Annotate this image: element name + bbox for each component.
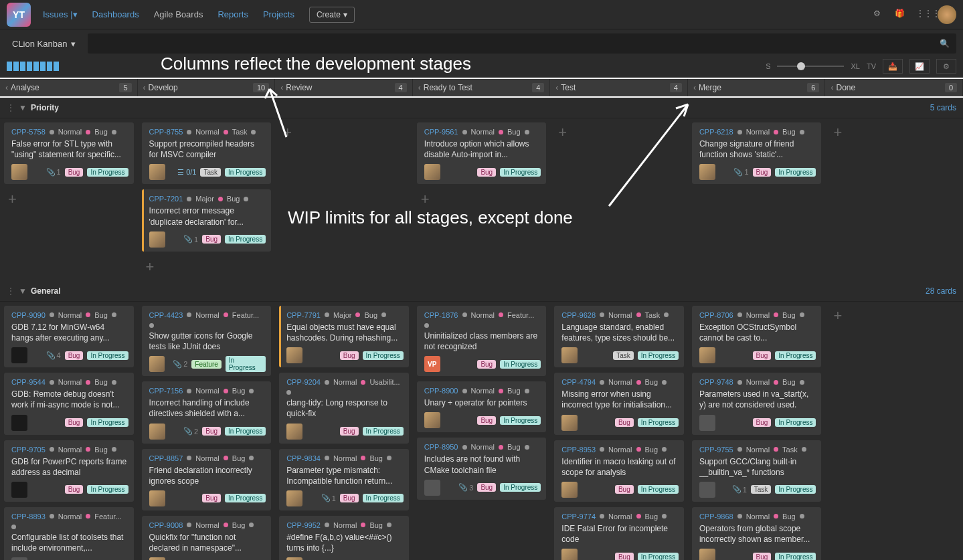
issue-card[interactable]: CPP-5758 Normal Bug False error for STL … bbox=[4, 122, 134, 184]
assignee-avatar[interactable] bbox=[424, 480, 440, 496]
issue-card[interactable]: CPP-7156 Normal Bug Incorrect handling o… bbox=[142, 381, 272, 443]
column-cell[interactable]: CPP-9090 Normal Bug GDB 7.12 for MinGW-w… bbox=[0, 302, 138, 560]
issue-card[interactable]: CPP-4794 Normal Bug Missing error when u… bbox=[554, 373, 684, 434]
apps-grid-icon[interactable]: ⋮⋮⋮ bbox=[916, 9, 928, 21]
assignee-avatar[interactable] bbox=[11, 415, 27, 431]
issue-id[interactable]: CPP-9544 bbox=[11, 378, 46, 386]
issue-id[interactable]: CPP-9204 bbox=[286, 378, 321, 386]
assignee-avatar[interactable] bbox=[699, 347, 715, 363]
assignee-avatar[interactable] bbox=[424, 412, 440, 428]
column-cell[interactable]: + bbox=[275, 118, 413, 281]
assignee-avatar[interactable] bbox=[424, 164, 440, 180]
column-cell[interactable]: + bbox=[550, 118, 688, 281]
nav-reports[interactable]: Reports bbox=[217, 9, 248, 19]
issue-card[interactable]: CPP-9544 Normal Bug GDB: Remote debug do… bbox=[4, 373, 134, 434]
column-cell[interactable]: CPP-5758 Normal Bug False error for STL … bbox=[0, 118, 138, 281]
assignee-avatar[interactable] bbox=[149, 231, 165, 248]
add-card-button[interactable]: + bbox=[417, 189, 434, 209]
issue-card[interactable]: CPP-9628 Normal Task Language standard, … bbox=[554, 306, 684, 367]
swimlane-header-general[interactable]: ⋮▼General28 cards bbox=[0, 281, 963, 302]
assignee-avatar[interactable] bbox=[699, 164, 715, 180]
assignee-avatar[interactable] bbox=[149, 557, 165, 560]
assignee-avatar[interactable] bbox=[286, 347, 302, 363]
assignee-avatar[interactable] bbox=[699, 482, 715, 498]
issue-card[interactable]: CPP-8950 Normal Bug Includes are not fou… bbox=[417, 438, 547, 499]
issue-card[interactable]: CPP-6218 Normal Bug Change signature of … bbox=[692, 122, 822, 184]
issue-id[interactable]: CPP-8893 bbox=[11, 512, 46, 521]
issue-id[interactable]: CPP-4423 bbox=[149, 311, 183, 319]
add-card-button[interactable]: + bbox=[829, 306, 846, 326]
issue-id[interactable]: CPP-9561 bbox=[424, 128, 458, 136]
assignee-avatar[interactable] bbox=[286, 490, 302, 506]
collapse-icon[interactable]: ▼ bbox=[19, 286, 27, 296]
issue-id[interactable]: CPP-8706 bbox=[699, 311, 733, 319]
issue-card[interactable]: CPP-9834 Normal Bug Parameter type misma… bbox=[279, 449, 409, 510]
column-header-analyse[interactable]: ‹Analyse5 bbox=[0, 79, 138, 96]
column-header-merge[interactable]: ‹Merge6 bbox=[688, 79, 826, 96]
assignee-avatar[interactable] bbox=[561, 549, 578, 560]
assignee-avatar[interactable] bbox=[699, 415, 715, 431]
issue-card[interactable]: CPP-9561 Normal Bug Introduce option whi… bbox=[417, 122, 547, 184]
issue-card[interactable]: CPP-4423 Normal Featur... Show gutter ic… bbox=[142, 306, 272, 376]
issue-id[interactable]: CPP-5758 bbox=[11, 128, 46, 136]
assignee-avatar[interactable]: VP bbox=[424, 356, 440, 372]
add-card-button[interactable]: + bbox=[142, 257, 159, 277]
issue-card[interactable]: CPP-9204 Normal Usabilit... clang-tidy: … bbox=[279, 373, 409, 443]
column-cell[interactable]: + bbox=[825, 302, 963, 560]
assignee-avatar[interactable] bbox=[699, 549, 715, 560]
assignee-avatar[interactable] bbox=[11, 347, 27, 363]
issue-card[interactable]: CPP-8755 Normal Task Support precompiled… bbox=[142, 122, 272, 184]
assignee-avatar[interactable] bbox=[561, 415, 578, 431]
issue-id[interactable]: CPP-9774 bbox=[561, 512, 596, 521]
issue-id[interactable]: CPP-7201 bbox=[149, 195, 183, 203]
issue-id[interactable]: CPP-7791 bbox=[286, 311, 321, 319]
tv-mode-label[interactable]: TV bbox=[867, 62, 876, 70]
assignee-avatar[interactable] bbox=[561, 482, 578, 498]
board-settings-icon[interactable]: ⚙ bbox=[936, 59, 956, 74]
issue-card[interactable]: CPP-9774 Normal Bug IDE Fatal Error for … bbox=[554, 507, 684, 560]
nav-issues[interactable]: Issues |▾ bbox=[43, 9, 78, 19]
add-card-button[interactable]: + bbox=[554, 122, 571, 143]
column-header-test[interactable]: ‹Test4 bbox=[550, 79, 688, 96]
column-header-develop[interactable]: ‹Develop10 bbox=[138, 79, 276, 96]
issue-id[interactable]: CPP-7156 bbox=[149, 387, 183, 395]
assignee-avatar[interactable] bbox=[149, 164, 165, 180]
issue-card[interactable]: CPP-1876 Normal Featur... Uninitialized … bbox=[417, 306, 547, 376]
issue-card[interactable]: CPP-9705 Normal Bug GDB for PowerPC repo… bbox=[4, 440, 134, 502]
issue-id[interactable]: CPP-8950 bbox=[424, 443, 458, 451]
drag-handle-icon[interactable]: ⋮ bbox=[7, 286, 15, 296]
issue-card[interactable]: CPP-8953 Normal Bug Identifier in macro … bbox=[554, 440, 684, 502]
search-box[interactable]: 🔍 bbox=[88, 33, 956, 54]
assignee-avatar[interactable] bbox=[11, 164, 27, 180]
column-cell[interactable]: CPP-6218 Normal Bug Change signature of … bbox=[688, 118, 826, 281]
youtrack-logo[interactable]: YT bbox=[7, 3, 31, 27]
issue-id[interactable]: CPP-8900 bbox=[424, 387, 458, 395]
nav-agile-boards[interactable]: Agile Boards bbox=[154, 9, 203, 19]
swimlane-header-priority[interactable]: ⋮▼Priority5 cards bbox=[0, 98, 963, 118]
column-header-review[interactable]: ‹Review4 bbox=[275, 79, 413, 96]
assignee-avatar[interactable] bbox=[561, 347, 578, 363]
issue-id[interactable]: CPP-9834 bbox=[286, 454, 321, 462]
add-card-button[interactable]: + bbox=[279, 122, 296, 143]
issue-id[interactable]: CPP-9628 bbox=[561, 311, 596, 319]
card-size-slider[interactable] bbox=[777, 66, 844, 67]
issue-card[interactable]: CPP-9748 Normal Bug Parameters used in v… bbox=[692, 373, 822, 434]
issue-card[interactable]: CPP-9952 Normal Bug #define F(a,b,c) val… bbox=[279, 516, 409, 560]
column-cell[interactable]: CPP-7791 Major Bug Equal objects must ha… bbox=[275, 302, 413, 560]
issue-id[interactable]: CPP-8755 bbox=[149, 128, 183, 136]
issue-card[interactable]: CPP-8706 Normal Bug Exception OCStructSy… bbox=[692, 306, 822, 367]
column-cell[interactable]: CPP-8706 Normal Bug Exception OCStructSy… bbox=[688, 302, 826, 560]
assignee-avatar[interactable] bbox=[149, 424, 165, 440]
column-cell[interactable]: CPP-1876 Normal Featur... Uninitialized … bbox=[413, 302, 551, 560]
column-cell[interactable]: CPP-9561 Normal Bug Introduce option whi… bbox=[413, 118, 551, 281]
add-card-button[interactable]: + bbox=[4, 189, 21, 209]
column-cell[interactable]: CPP-9628 Normal Task Language standard, … bbox=[550, 302, 688, 560]
assignee-avatar[interactable] bbox=[286, 424, 302, 440]
collapse-icon[interactable]: ▼ bbox=[19, 103, 27, 112]
issue-card[interactable]: CPP-7791 Major Bug Equal objects must ha… bbox=[279, 306, 409, 367]
search-icon[interactable]: 🔍 bbox=[940, 39, 950, 48]
issue-id[interactable]: CPP-9090 bbox=[11, 311, 46, 319]
column-header-done[interactable]: ‹Done0 bbox=[825, 79, 963, 96]
issue-card[interactable]: CPP-9868 Normal Bug Operators from globa… bbox=[692, 507, 822, 560]
assignee-avatar[interactable] bbox=[11, 482, 27, 498]
